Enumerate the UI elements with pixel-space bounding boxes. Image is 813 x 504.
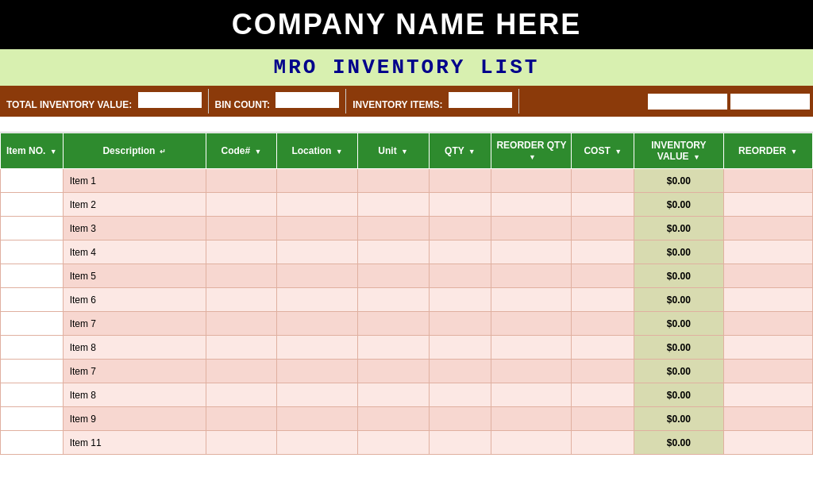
cell-inventory-value[interactable]: $0.00: [634, 312, 723, 336]
reorder-dropdown-icon[interactable]: ▼: [790, 148, 797, 156]
col-header-cost[interactable]: COST ▼: [572, 133, 634, 169]
cell-unit[interactable]: [357, 217, 429, 240]
cell-item-no[interactable]: [1, 240, 64, 264]
cell-unit[interactable]: [357, 169, 429, 193]
cell-inventory-value[interactable]: $0.00: [634, 217, 723, 240]
cell-location[interactable]: [277, 431, 357, 455]
cell-reorder-qty[interactable]: [491, 240, 572, 264]
code-dropdown-icon[interactable]: ▼: [255, 148, 262, 156]
cell-item-no[interactable]: [1, 336, 64, 360]
cell-location[interactable]: [277, 169, 357, 193]
cell-qty[interactable]: [429, 336, 491, 360]
cell-cost[interactable]: [572, 288, 634, 312]
cell-qty[interactable]: [429, 407, 491, 431]
reorder-qty-dropdown-icon[interactable]: ▼: [529, 153, 536, 161]
cell-item-no[interactable]: [1, 264, 64, 288]
cell-item-no[interactable]: [1, 288, 64, 312]
cell-location[interactable]: [277, 240, 357, 264]
cell-description[interactable]: Item 5: [63, 264, 206, 288]
cell-reorder-qty[interactable]: [491, 217, 572, 240]
cell-location[interactable]: [277, 312, 357, 336]
cell-location[interactable]: [277, 407, 357, 431]
cell-description[interactable]: Item 8: [63, 383, 206, 407]
cell-qty[interactable]: [429, 312, 491, 336]
col-header-code[interactable]: Code# ▼: [206, 133, 277, 169]
cell-reorder-qty[interactable]: [491, 193, 572, 217]
cell-code[interactable]: [206, 407, 277, 431]
cell-unit[interactable]: [357, 240, 429, 264]
cell-description[interactable]: Item 3: [63, 217, 206, 240]
cell-reorder[interactable]: [723, 407, 812, 431]
cell-code[interactable]: [206, 193, 277, 217]
cell-unit[interactable]: [357, 336, 429, 360]
cell-unit[interactable]: [357, 431, 429, 455]
cell-cost[interactable]: [572, 264, 634, 288]
cell-code[interactable]: [206, 431, 277, 455]
cell-cost[interactable]: [572, 383, 634, 407]
cell-reorder[interactable]: [723, 431, 812, 455]
cell-item-no[interactable]: [1, 193, 64, 217]
cell-unit[interactable]: [357, 264, 429, 288]
cell-code[interactable]: [206, 169, 277, 193]
cell-description[interactable]: Item 7: [63, 360, 206, 383]
cell-unit[interactable]: [357, 383, 429, 407]
cell-code[interactable]: [206, 312, 277, 336]
cell-description[interactable]: Item 2: [63, 193, 206, 217]
cell-code[interactable]: [206, 288, 277, 312]
cell-location[interactable]: [277, 336, 357, 360]
cell-qty[interactable]: [429, 288, 491, 312]
cell-location[interactable]: [277, 383, 357, 407]
cell-reorder[interactable]: [723, 169, 812, 193]
cell-location[interactable]: [277, 264, 357, 288]
cell-inventory-value[interactable]: $0.00: [634, 336, 723, 360]
col-header-item-no[interactable]: Item NO. ▼: [1, 133, 64, 169]
cell-inventory-value[interactable]: $0.00: [634, 264, 723, 288]
inv-value-dropdown-icon[interactable]: ▼: [693, 153, 700, 161]
cell-item-no[interactable]: [1, 407, 64, 431]
cell-description[interactable]: Item 9: [63, 407, 206, 431]
cell-description[interactable]: Item 8: [63, 336, 206, 360]
cell-code[interactable]: [206, 217, 277, 240]
cell-reorder[interactable]: [723, 288, 812, 312]
cell-unit[interactable]: [357, 360, 429, 383]
cell-cost[interactable]: [572, 360, 634, 383]
cell-unit[interactable]: [357, 407, 429, 431]
cell-reorder-qty[interactable]: [491, 264, 572, 288]
cell-inventory-value[interactable]: $0.00: [634, 360, 723, 383]
cell-code[interactable]: [206, 336, 277, 360]
cell-unit[interactable]: [357, 312, 429, 336]
cell-location[interactable]: [277, 193, 357, 217]
cell-cost[interactable]: [572, 240, 634, 264]
cell-qty[interactable]: [429, 217, 491, 240]
col-header-unit[interactable]: Unit ▼: [357, 133, 429, 169]
cell-reorder-qty[interactable]: [491, 383, 572, 407]
cell-inventory-value[interactable]: $0.00: [634, 193, 723, 217]
col-header-location[interactable]: Location ▼: [277, 133, 357, 169]
cell-code[interactable]: [206, 264, 277, 288]
cell-description[interactable]: Item 6: [63, 288, 206, 312]
cell-reorder[interactable]: [723, 383, 812, 407]
cell-inventory-value[interactable]: $0.00: [634, 431, 723, 455]
cell-cost[interactable]: [572, 431, 634, 455]
cell-reorder-qty[interactable]: [491, 169, 572, 193]
cell-inventory-value[interactable]: $0.00: [634, 240, 723, 264]
cell-unit[interactable]: [357, 193, 429, 217]
cell-description[interactable]: Item 4: [63, 240, 206, 264]
cell-qty[interactable]: [429, 169, 491, 193]
cell-qty[interactable]: [429, 264, 491, 288]
cell-unit[interactable]: [357, 288, 429, 312]
cell-cost[interactable]: [572, 407, 634, 431]
cell-location[interactable]: [277, 360, 357, 383]
cell-cost[interactable]: [572, 193, 634, 217]
cell-reorder[interactable]: [723, 312, 812, 336]
cell-reorder[interactable]: [723, 336, 812, 360]
cell-reorder-qty[interactable]: [491, 360, 572, 383]
cell-inventory-value[interactable]: $0.00: [634, 169, 723, 193]
cell-qty[interactable]: [429, 360, 491, 383]
cell-item-no[interactable]: [1, 217, 64, 240]
cell-description[interactable]: Item 1: [63, 169, 206, 193]
cell-reorder[interactable]: [723, 360, 812, 383]
cell-cost[interactable]: [572, 312, 634, 336]
cell-inventory-value[interactable]: $0.00: [634, 288, 723, 312]
cell-item-no[interactable]: [1, 169, 64, 193]
